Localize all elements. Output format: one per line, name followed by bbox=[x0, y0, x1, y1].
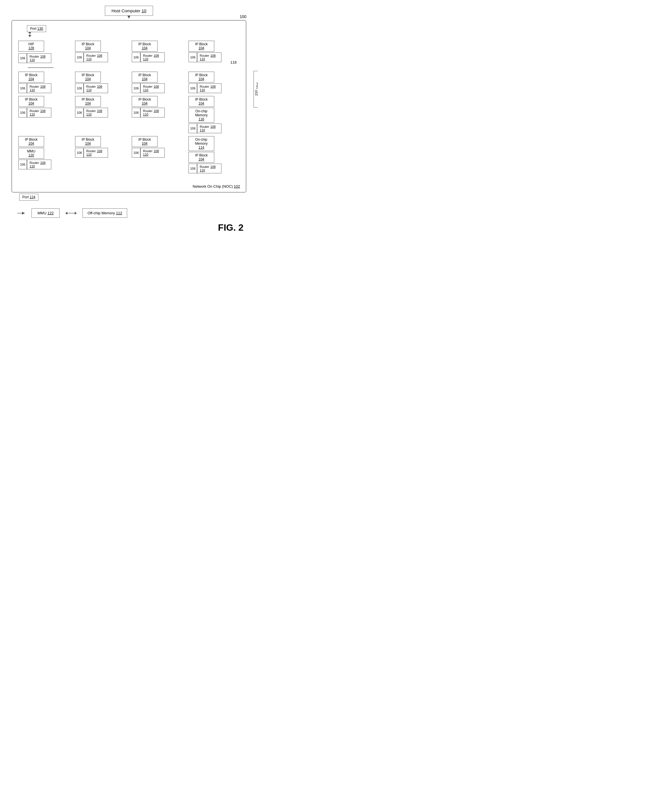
router-box-1-3: Router108 110 bbox=[140, 53, 165, 62]
port124-box: Port 124 bbox=[19, 194, 38, 200]
hip-label: HIP bbox=[28, 42, 34, 46]
onchip116-number: 116 bbox=[198, 117, 204, 121]
router-unit-4-3: 106 Router108 110 bbox=[132, 148, 165, 158]
r110-1-3: 110 bbox=[143, 57, 162, 61]
router-box-3-2: Router108 110 bbox=[84, 108, 108, 117]
cell-4-1: IP Block 104 MMU 120 106 Router108 110 bbox=[18, 136, 69, 173]
cell-4-3: IP Block 104 106 Router108 110 bbox=[132, 136, 183, 173]
router-unit-3-2: 106 Router108 110 bbox=[75, 108, 108, 117]
ipblock-4-4: IP Block 104 bbox=[189, 152, 214, 163]
router-box-4-3: Router108 110 bbox=[140, 148, 165, 158]
ipblock-1-3: IP Block 104 bbox=[132, 41, 158, 51]
host-computer-label: Host Computer bbox=[111, 8, 140, 13]
ni-1-4: 106 bbox=[189, 53, 197, 62]
grid-row-1: HIP 128 106 Router108 110 IP Block 104 bbox=[18, 41, 240, 63]
ni-2-2: 106 bbox=[75, 83, 84, 93]
offchip-label: Off-chip Memory bbox=[87, 211, 115, 215]
port126-number: 126 bbox=[256, 90, 258, 96]
bottom-left bbox=[17, 210, 26, 216]
ni-4-3: 106 bbox=[132, 148, 140, 158]
onchip114-label: On-chipMemory bbox=[195, 138, 207, 146]
router-box-2-2: Router108 110 bbox=[84, 83, 108, 93]
cell-4-4: On-chipMemory 114 IP Block 104 106 Route… bbox=[189, 136, 240, 173]
ip-num-2-1: 104 bbox=[28, 77, 34, 81]
cell-3-4: IP Block 104 On-chipMemory 116 106 Route… bbox=[189, 96, 240, 133]
r110-1-2: 110 bbox=[86, 57, 106, 61]
ipblock-3-4: IP Block 104 bbox=[189, 96, 214, 107]
grid-row-3: IP Block 104 106 Router108 110 IP Block … bbox=[18, 96, 240, 133]
ni-3-1: 106 bbox=[18, 108, 27, 117]
cell-3-1: IP Block 104 106 Router108 110 bbox=[18, 96, 69, 133]
host-computer-box: Host Computer 10 bbox=[105, 6, 153, 16]
mmu120-box: MMU 120 bbox=[18, 148, 44, 159]
router-box-3-1: Router108 110 bbox=[27, 108, 51, 117]
router-word-1-2: Router bbox=[86, 54, 96, 57]
router-unit-1-4: 106 Router108 110 bbox=[189, 53, 221, 62]
fig-label: FIG. 2 bbox=[11, 223, 246, 233]
mmu-memory-arrow bbox=[65, 210, 77, 216]
cell-1-2: IP Block 104 106 Router108 110 bbox=[75, 41, 126, 63]
cell-1-4: IP Block 104 106 Router108 110 bbox=[189, 41, 240, 63]
noc-text: Network On Chip (NOC) bbox=[193, 184, 233, 189]
bottom-section: MMU 122 Off-chip Memory 112 bbox=[11, 208, 246, 218]
label-118: 118 bbox=[230, 60, 237, 64]
router-unit-1-2: 106 Router108 110 bbox=[75, 53, 108, 62]
main-layout: Host Computer 10 100 Port 130 bbox=[11, 6, 246, 233]
router-box-1-2: Router108 110 bbox=[84, 53, 108, 62]
ip-label-1-2: IP Block bbox=[82, 42, 94, 46]
grid-row-2: IP Block 104 106 Router108 110 IP Block … bbox=[18, 72, 240, 93]
offchip-number: 112 bbox=[116, 211, 122, 215]
router-box-1-4: Router108 110 bbox=[197, 53, 221, 62]
router-box-3-4: Router108 110 bbox=[197, 123, 221, 133]
onchip-memory-116: On-chipMemory 116 bbox=[189, 108, 214, 123]
router-word-1-4: Router bbox=[200, 54, 209, 57]
ipblock-3-1: IP Block 104 bbox=[18, 96, 44, 107]
ipblock-1-4: IP Block 104 bbox=[189, 41, 214, 51]
cell-2-4: IP Block 104 106 Router108 110 bbox=[189, 72, 240, 93]
ni-2-1: 106 bbox=[18, 83, 27, 93]
router-box-2-3: Router108 110 bbox=[140, 83, 165, 93]
port124-label: Port bbox=[22, 195, 29, 199]
cell-4-2: IP Block 104 106 Router108 110 bbox=[75, 136, 126, 173]
ipblock-4-2: IP Block 104 bbox=[75, 136, 101, 147]
cell-3-3: IP Block 104 106 Router108 110 bbox=[132, 96, 183, 133]
ip-num-1-4: 104 bbox=[198, 46, 204, 50]
mmu120-label: MMU bbox=[27, 149, 35, 153]
port130-box: Port 130 bbox=[27, 25, 46, 32]
mmu122-box: MMU 122 bbox=[32, 208, 59, 218]
r108-1-4: 108 bbox=[210, 54, 215, 57]
cell-2-3: IP Block 104 106 Router108 110 bbox=[132, 72, 183, 93]
router-box-1-1: Router108 110 bbox=[27, 53, 51, 63]
ipblock-2-2: IP Block 104 bbox=[75, 72, 101, 83]
router-unit-2-3: 106 Router108 110 bbox=[132, 83, 165, 93]
port124-arrow bbox=[17, 210, 26, 216]
ipblock-2-4: IP Block 104 bbox=[189, 72, 214, 83]
noc-container: Port 130 HIP 128 106 bbox=[11, 20, 246, 192]
port124-section: Port 124 bbox=[19, 194, 38, 200]
ip-num-1-2: 104 bbox=[85, 46, 91, 50]
r110-1-1: 110 bbox=[29, 58, 49, 62]
cell-3-2: IP Block 104 106 Router108 110 bbox=[75, 96, 126, 133]
svg-marker-7 bbox=[22, 212, 25, 215]
hip-box: HIP 128 bbox=[18, 41, 44, 51]
ipblock-3-3: IP Block 104 bbox=[132, 96, 158, 107]
port124-number: 124 bbox=[29, 195, 35, 199]
onchip116-label: On-chipMemory bbox=[195, 109, 207, 117]
router-box-4-2: Router108 110 bbox=[84, 148, 108, 158]
router-unit-4-1: 106 Router108 110 bbox=[18, 160, 51, 169]
row1-arrow-svg bbox=[26, 66, 240, 69]
router-box-4-4: Router108 110 bbox=[197, 163, 221, 173]
router-box-2-4: Router108 110 bbox=[197, 83, 221, 93]
port130-number: 130 bbox=[37, 27, 43, 30]
onchip-memory-114: On-chipMemory 114 bbox=[189, 136, 214, 151]
port126-label: Port bbox=[256, 83, 258, 89]
cell-1-3: IP Block 104 106 Router108 110 bbox=[132, 41, 183, 63]
port130-section: Port 130 bbox=[27, 25, 240, 38]
ni-1-2: 106 bbox=[75, 53, 84, 62]
router-word-1-1: Router bbox=[29, 55, 39, 58]
ip-label-1-4: IP Block bbox=[195, 42, 208, 46]
ipblock-2-3: IP Block 104 bbox=[132, 72, 158, 83]
svg-marker-4 bbox=[28, 32, 31, 33]
r108-1-3: 108 bbox=[154, 54, 159, 57]
router-unit-3-3: 106 Router108 110 bbox=[132, 108, 165, 117]
